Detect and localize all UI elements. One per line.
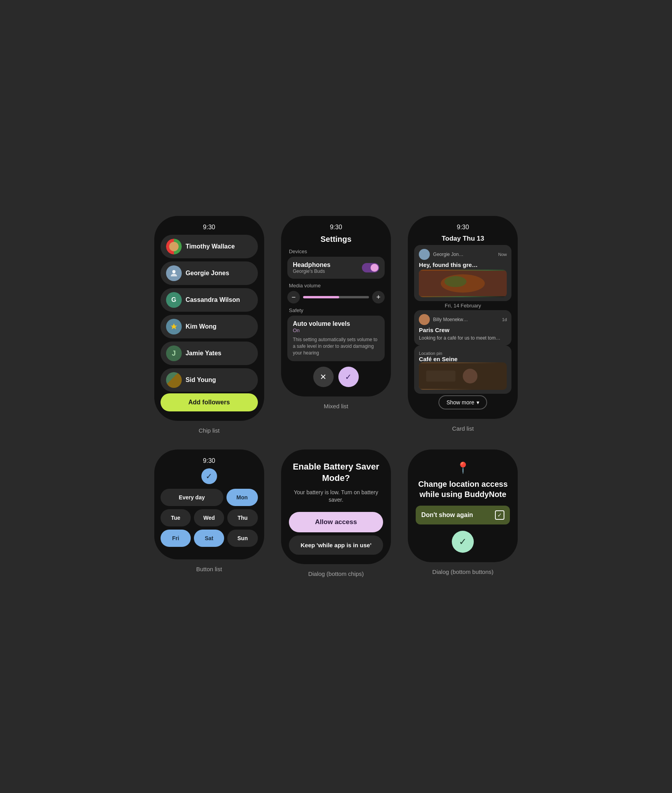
keep-while-button[interactable]: Keep 'while app is in use' bbox=[289, 535, 383, 555]
dialog-chips-label: Dialog (bottom chips) bbox=[308, 570, 364, 577]
day-sun-button[interactable]: Sun bbox=[227, 530, 257, 547]
chip-timothy[interactable]: Timothy Wallace bbox=[161, 235, 258, 258]
dialog-chips-device: Enable Battery Saver Mode? Your battery … bbox=[281, 449, 391, 564]
avatar-sid bbox=[166, 372, 182, 388]
avatar-georgie bbox=[166, 265, 182, 281]
card-avatar-billy bbox=[419, 314, 430, 325]
card-list-time: 9:30 bbox=[457, 224, 469, 231]
dialog-chips-title: Enable Battery Saver Mode? bbox=[289, 461, 383, 484]
settings-title: Settings bbox=[321, 235, 352, 244]
volume-decrease-button[interactable]: − bbox=[287, 291, 300, 303]
card-location[interactable]: Location pin Café en Seine bbox=[414, 345, 511, 394]
card-avatar-georgie bbox=[419, 249, 430, 260]
svg-point-6 bbox=[463, 369, 477, 383]
cal-row-tue-thu: Tue Wed Thu bbox=[161, 509, 258, 526]
button-list-label: Button list bbox=[196, 566, 222, 572]
location-image bbox=[419, 362, 507, 390]
chip-georgie[interactable]: Georgie Jones bbox=[161, 261, 258, 285]
volume-increase-button[interactable]: + bbox=[372, 291, 385, 303]
card-georgie[interactable]: Georgie Jon… Now Hey, found this gre… bbox=[414, 245, 511, 301]
headphones-item[interactable]: Headphones Georgie's Buds bbox=[287, 257, 385, 279]
confirm-button[interactable]: ✓ bbox=[338, 367, 359, 387]
avatar-jamie: J bbox=[166, 345, 182, 361]
dialog-buttons-title: Change location access while using Buddy… bbox=[416, 479, 510, 499]
day-mon-button[interactable]: Mon bbox=[226, 489, 258, 506]
dont-show-row[interactable]: Don't show again ✓ bbox=[416, 506, 510, 524]
mixed-list-label: Mixed list bbox=[324, 403, 349, 409]
volume-fill bbox=[303, 296, 339, 298]
card-time-georgie: Now bbox=[498, 252, 507, 257]
chip-name-timothy: Timothy Wallace bbox=[186, 243, 235, 250]
card-body-billy: Looking for a café for us to meet tom… bbox=[419, 335, 507, 342]
checkbox-icon[interactable]: ✓ bbox=[495, 510, 504, 520]
volume-row: − + bbox=[287, 291, 385, 303]
cancel-button[interactable]: ✕ bbox=[313, 367, 334, 387]
auto-volume-section: Auto volume levels On This setting autom… bbox=[287, 316, 385, 361]
auto-volume-desc: This setting automatically sets volume t… bbox=[293, 336, 379, 356]
chip-sid[interactable]: Sid Young bbox=[161, 368, 258, 392]
chip-name-cassandra: Cassandra Wilson bbox=[186, 296, 240, 303]
dialog-buttons-label: Dialog (bottom buttons) bbox=[432, 568, 493, 575]
card-title-georgie: Hey, found this gre… bbox=[419, 261, 507, 268]
location-name: Café en Seine bbox=[419, 356, 507, 362]
chip-name-kim: Kim Wong bbox=[186, 323, 217, 330]
calendar-header: ✓ bbox=[201, 468, 217, 484]
cal-row-everyday: Every day Mon bbox=[161, 489, 258, 506]
avatar-kim bbox=[166, 319, 182, 334]
day-tue-button[interactable]: Tue bbox=[161, 509, 191, 526]
card-list-label: Card list bbox=[452, 425, 474, 432]
svg-rect-4 bbox=[441, 274, 485, 293]
chip-list-label: Chip list bbox=[199, 427, 219, 434]
mixed-list-time: 9:30 bbox=[330, 224, 342, 231]
show-more-button[interactable]: Show more ▾ bbox=[438, 395, 487, 409]
button-list-device: 9:30 ✓ Every day Mon Tue Wed Thu Fri Sat… bbox=[154, 449, 264, 559]
dialog-confirm-button[interactable]: ✓ bbox=[452, 531, 474, 553]
card-georgie-header: Georgie Jon… Now bbox=[419, 249, 507, 260]
card-billy[interactable]: Billy Moenekw… 1d Paris Crew Looking for… bbox=[414, 310, 511, 345]
chip-name-georgie: Georgie Jones bbox=[186, 270, 229, 277]
card-billy-header: Billy Moenekw… 1d bbox=[419, 314, 507, 325]
star-icon bbox=[170, 323, 178, 331]
avatar-cassandra: G bbox=[166, 292, 182, 308]
avatar-face bbox=[169, 242, 179, 251]
button-list-time: 9:30 bbox=[203, 457, 215, 464]
button-list-wrapper: 9:30 ✓ Every day Mon Tue Wed Thu Fri Sat… bbox=[152, 449, 267, 577]
day-fri-button[interactable]: Fri bbox=[161, 530, 191, 547]
headphones-toggle[interactable] bbox=[362, 263, 379, 272]
allow-access-button[interactable]: Allow access bbox=[289, 512, 383, 532]
day-thu-button[interactable]: Thu bbox=[227, 509, 257, 526]
card-time-billy: 1d bbox=[502, 317, 507, 322]
location-pin-label: Location pin bbox=[419, 351, 507, 356]
chip-list-time: 9:30 bbox=[203, 224, 215, 231]
dialog-buttons-device: 📍 Change location access while using Bud… bbox=[408, 449, 518, 562]
day-wed-button[interactable]: Wed bbox=[194, 509, 224, 526]
cal-row-fri-sun: Fri Sat Sun bbox=[161, 530, 258, 547]
svg-point-0 bbox=[172, 270, 175, 273]
chip-cassandra[interactable]: G Cassandra Wilson bbox=[161, 288, 258, 312]
dont-show-label: Don't show again bbox=[421, 512, 473, 519]
app-wrapper: 9:30 Timothy Wallace bbox=[140, 204, 532, 588]
show-more-label: Show more bbox=[446, 399, 474, 406]
avatar-timothy bbox=[166, 239, 182, 254]
safety-label: Safety bbox=[287, 307, 303, 313]
action-buttons: ✕ ✓ bbox=[287, 367, 385, 387]
headphones-title: Headphones bbox=[293, 261, 331, 269]
chip-list: Timothy Wallace Georgie Jones G Cassandr… bbox=[161, 235, 258, 392]
dialog-chips-wrapper: Enable Battery Saver Mode? Your battery … bbox=[278, 449, 393, 577]
location-icon: 📍 bbox=[456, 461, 470, 474]
today-header: Today Thu 13 bbox=[442, 235, 484, 243]
card-sender-georgie: Georgie Jon… bbox=[433, 252, 495, 257]
add-followers-button[interactable]: Add followers bbox=[161, 393, 258, 411]
volume-slider[interactable] bbox=[303, 296, 369, 298]
mixed-list-device: 9:30 Settings Devices Headphones Georgie… bbox=[281, 216, 391, 396]
dialog-chips-body: Your battery is low. Turn on battery sav… bbox=[289, 489, 383, 504]
chip-kim[interactable]: Kim Wong bbox=[161, 315, 258, 338]
chip-jamie[interactable]: J Jamie Yates bbox=[161, 342, 258, 365]
person-icon bbox=[169, 269, 179, 278]
chip-name-jamie: Jamie Yates bbox=[186, 350, 221, 357]
location-image-svg bbox=[419, 362, 507, 390]
day-every-day-button[interactable]: Every day bbox=[161, 489, 223, 506]
day-sat-button[interactable]: Sat bbox=[194, 530, 224, 547]
card-image-georgie bbox=[419, 270, 507, 297]
card-title-billy: Paris Crew bbox=[419, 327, 507, 333]
